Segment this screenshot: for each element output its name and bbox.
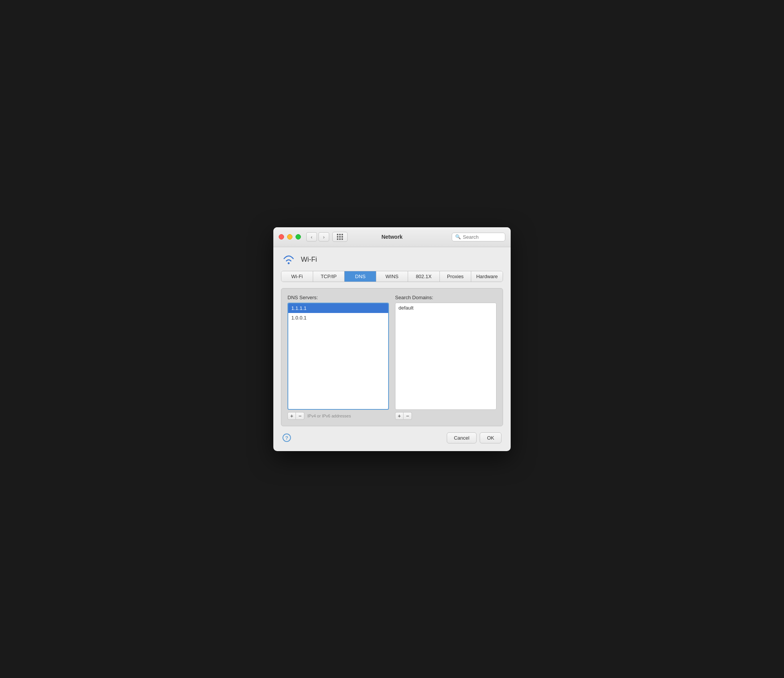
tab-tcpip[interactable]: TCP/IP <box>313 271 345 282</box>
window-title: Network <box>381 234 402 240</box>
bottom-bar: ? Cancel OK <box>281 432 503 443</box>
dns-server-item-2[interactable]: 1.0.0.1 <box>288 313 388 323</box>
dns-add-button[interactable]: + <box>287 412 296 420</box>
search-domains-column: Search Domains: default + − <box>395 295 497 420</box>
traffic-lights <box>279 234 301 240</box>
title-bar: ‹ › Network 🔍 <box>273 227 511 247</box>
tab-8021x[interactable]: 802.1X <box>408 271 440 282</box>
dns-servers-column: DNS Servers: 1.1.1.1 1.0.0.1 + − IPv4 or… <box>287 295 389 420</box>
nav-buttons: ‹ › <box>306 232 329 241</box>
tab-proxies[interactable]: Proxies <box>440 271 472 282</box>
dns-servers-actions: + − IPv4 or IPv6 addresses <box>287 412 389 420</box>
tab-wins[interactable]: WINS <box>376 271 408 282</box>
search-domains-label: Search Domains: <box>395 295 497 300</box>
network-window: ‹ › Network 🔍 Wi-Fi <box>273 227 511 451</box>
grid-view-button[interactable] <box>332 232 348 242</box>
tab-dns[interactable]: DNS <box>345 271 376 282</box>
interface-name: Wi-Fi <box>301 256 317 264</box>
search-input[interactable] <box>463 234 502 240</box>
tab-hardware[interactable]: Hardware <box>471 271 503 282</box>
search-domains-actions: + − <box>395 412 497 420</box>
dns-columns: DNS Servers: 1.1.1.1 1.0.0.1 + − IPv4 or… <box>287 295 497 420</box>
grid-icon <box>337 234 343 240</box>
dns-server-item-1[interactable]: 1.1.1.1 <box>288 303 388 313</box>
search-box[interactable]: 🔍 <box>452 233 505 241</box>
domains-remove-button[interactable]: − <box>403 412 412 420</box>
search-icon: 🔍 <box>455 234 461 240</box>
maximize-button[interactable] <box>296 234 301 240</box>
dns-servers-list[interactable]: 1.1.1.1 1.0.0.1 <box>287 303 389 410</box>
dns-remove-button[interactable]: − <box>296 412 304 420</box>
search-domain-item-1[interactable]: default <box>395 303 496 313</box>
interface-header: Wi-Fi <box>281 254 503 266</box>
tab-wifi[interactable]: Wi-Fi <box>281 271 313 282</box>
forward-button[interactable]: › <box>318 232 329 241</box>
search-domains-list[interactable]: default <box>395 303 497 410</box>
help-button[interactable]: ? <box>283 434 291 442</box>
domains-add-button[interactable]: + <box>395 412 403 420</box>
minimize-button[interactable] <box>287 234 292 240</box>
ok-button[interactable]: OK <box>480 432 501 443</box>
dialog-buttons: Cancel OK <box>447 432 501 443</box>
tabs-bar: Wi-Fi TCP/IP DNS WINS 802.1X Proxies Har… <box>281 271 503 282</box>
content-area: DNS Servers: 1.1.1.1 1.0.0.1 + − IPv4 or… <box>281 288 503 426</box>
back-button[interactable]: ‹ <box>306 232 317 241</box>
close-button[interactable] <box>279 234 284 240</box>
svg-point-0 <box>288 262 290 264</box>
dns-hint-text: IPv4 or IPv6 addresses <box>307 412 351 420</box>
window-body: Wi-Fi Wi-Fi TCP/IP DNS WINS 802.1X Proxi… <box>273 247 511 451</box>
dns-servers-label: DNS Servers: <box>287 295 389 300</box>
cancel-button[interactable]: Cancel <box>447 432 477 443</box>
wifi-icon <box>281 254 296 266</box>
